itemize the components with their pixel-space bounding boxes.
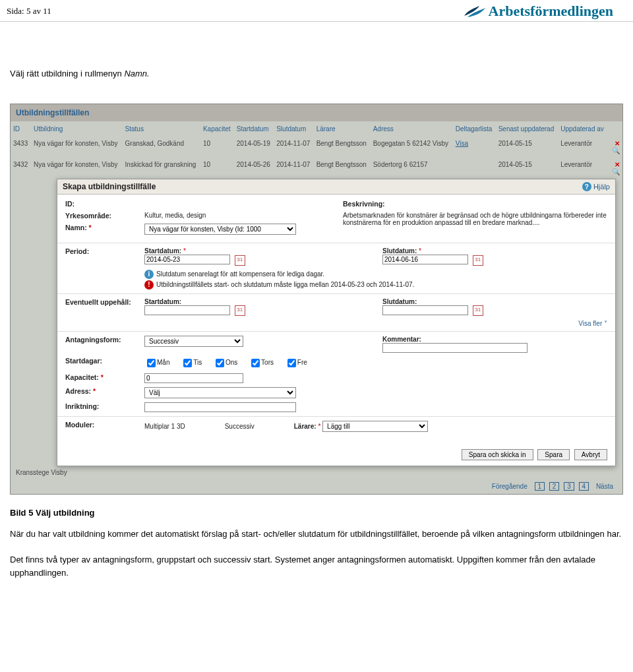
lbl-antagningsform: Antagningsform:: [65, 336, 144, 344]
cell-kap: 10: [200, 137, 234, 158]
calendar-icon[interactable]: 31: [473, 255, 483, 266]
visa-link[interactable]: Visa: [456, 140, 468, 147]
cell-av: Leverantör: [558, 158, 607, 179]
calendar-icon[interactable]: 31: [235, 305, 245, 316]
cell-status: Granskad, Godkänd: [123, 137, 200, 158]
intro-text: Välj rätt utbildning i rullmenyn Namn.: [0, 22, 633, 100]
cell-larare: Bengt Bengtsson: [314, 137, 371, 158]
chk-man[interactable]: Mån: [144, 359, 169, 366]
brand-text: Arbetsförmedlingen: [489, 3, 613, 20]
delete-icon[interactable]: ✕: [615, 140, 620, 147]
bg-id: 3430: [0, 244, 3, 251]
page-header: Sida: 5 av 11 Arbetsförmedlingen: [0, 0, 633, 22]
logo-swoosh-icon: [464, 4, 486, 18]
lbl-kommentar: Kommentar:: [382, 336, 421, 343]
col-slutdatum[interactable]: Slutdatum: [274, 121, 313, 137]
bg-id: 3311: [0, 462, 3, 469]
help-link[interactable]: ? Hjälp: [582, 182, 610, 191]
cell-kap: 10: [200, 158, 234, 179]
table-row: 3432 Nya vägar för konsten, Visby Inskic…: [11, 158, 622, 179]
antagningsform-select[interactable]: Successiv: [144, 336, 243, 347]
lbl-uppehall: Eventuellt uppehåll:: [65, 298, 144, 306]
info-note: iSlutdatum senarelagt för att kompensera…: [144, 270, 607, 279]
cell-id[interactable]: 3432: [11, 158, 31, 179]
kommentar-input[interactable]: [382, 343, 528, 353]
magnify-icon[interactable]: 🔍: [612, 168, 620, 175]
cell-upd: 2014-05-15: [496, 137, 558, 158]
pager-prev[interactable]: Föregående: [489, 483, 530, 490]
chk-fre[interactable]: Fre: [285, 359, 307, 366]
bg-id: 3391: [0, 389, 3, 396]
lbl-upp-start: Startdatum:: [144, 298, 181, 305]
chk-ons[interactable]: Ons: [213, 359, 237, 366]
save-button[interactable]: Spara: [537, 449, 570, 460]
info-icon: i: [144, 270, 154, 279]
lbl-inriktning: Inriktning:: [65, 402, 144, 410]
save-send-button[interactable]: Spara och skicka in: [462, 449, 533, 460]
warn-icon: !: [144, 280, 154, 290]
calendar-icon[interactable]: 31: [235, 255, 245, 266]
intro-italic: Namn.: [124, 69, 149, 78]
cell-start: 2014-05-26: [234, 158, 274, 179]
cell-status: Inskickad för granskning: [123, 158, 200, 179]
col-utbildning[interactable]: Utbildning: [31, 121, 123, 137]
calendar-icon[interactable]: 31: [473, 305, 483, 316]
intro-prefix: Välj rätt utbildning i rullmenyn: [10, 69, 124, 78]
brand-logo: Arbetsförmedlingen: [464, 3, 613, 20]
col-startdatum[interactable]: Startdatum: [234, 121, 274, 137]
uppehall-slut-input[interactable]: [382, 305, 468, 315]
period-start-input[interactable]: [144, 255, 230, 264]
lbl-upp-slut: Slutdatum:: [382, 298, 417, 305]
help-label: Hjälp: [593, 183, 610, 191]
figure-caption: Bild 5 Välj utbildning: [0, 501, 633, 528]
lbl-yrkesomrade: Yrkesområde:: [65, 212, 144, 220]
lbl-larare: Lärare:: [294, 423, 316, 430]
lbl-beskrivning: Beskrivning:: [343, 200, 422, 208]
col-uppdaterad-av[interactable]: Uppdaterad av: [558, 121, 607, 137]
delete-icon[interactable]: ✕: [615, 161, 620, 168]
larare-select[interactable]: Lägg till: [322, 421, 428, 432]
bg-id: 3410: [0, 317, 3, 324]
background-id-column: 3431 3430 3411 3410 3392 3391 3330 3311: [0, 179, 3, 466]
cell-id[interactable]: 3433: [11, 137, 31, 158]
explain-paragraph-2: Det finns två typer av antagningsform, g…: [0, 553, 633, 592]
col-senast-uppdaterad[interactable]: Senast uppdaterad: [496, 121, 558, 137]
col-adress[interactable]: Adress: [371, 121, 453, 137]
col-id[interactable]: ID: [11, 121, 31, 137]
chk-tis[interactable]: Tis: [181, 359, 202, 366]
col-kapacitet[interactable]: Kapacitet: [200, 121, 234, 137]
namn-select[interactable]: Nya vägar för konsten, Visby (Id: 1000: [144, 224, 296, 235]
magnify-icon[interactable]: 🔍: [612, 147, 620, 154]
cell-adress: Södertorg 6 62157: [371, 158, 453, 179]
chk-tors[interactable]: Tors: [249, 359, 274, 366]
period-slut-input[interactable]: [382, 255, 468, 264]
kapacitet-input[interactable]: [144, 373, 243, 383]
page-marker: Sida: 5 av 11: [7, 6, 51, 16]
bg-bottom-address: Kransstege Visby: [11, 466, 622, 479]
col-status[interactable]: Status: [123, 121, 200, 137]
modul-name: Multiplar 1 3D: [144, 423, 185, 430]
bg-id: 3431: [0, 208, 3, 215]
lbl-id: ID:: [65, 200, 144, 208]
pager-page[interactable]: 2: [549, 482, 560, 491]
bg-id: 3411: [0, 280, 3, 288]
cancel-button[interactable]: Avbryt: [574, 449, 607, 460]
adress-select[interactable]: Välj: [144, 387, 296, 398]
cell-av: Leverantör: [558, 137, 607, 158]
warn-note: !Utbildningstillfällets start- och slutd…: [144, 280, 607, 290]
col-larare[interactable]: Lärare: [314, 121, 371, 137]
pager-page[interactable]: 4: [579, 482, 589, 491]
explain-paragraph-1: När du har valt utbildning kommer det au…: [0, 528, 633, 554]
uppehall-start-input[interactable]: [144, 305, 230, 315]
create-occasion-modal: Skapa utbildningstillfälle ? Hjälp ID: Y…: [57, 179, 616, 466]
pager-next[interactable]: Nästa: [593, 483, 616, 490]
visa-fler-link[interactable]: Visa fler ˅: [382, 320, 607, 327]
col-deltagarlista[interactable]: Deltagarlista: [453, 121, 496, 137]
lbl-startdatum: Startdatum:: [144, 247, 181, 255]
lbl-kapacitet: Kapacitet: *: [65, 373, 144, 381]
inriktning-input[interactable]: [144, 402, 296, 412]
pager-page[interactable]: 3: [564, 482, 574, 491]
cell-utb: Nya vägar för konsten, Visby: [31, 158, 123, 179]
pager-page[interactable]: 1: [535, 482, 545, 491]
startdagar-checkboxes: Mån Tis Ons Tors Fre: [144, 357, 607, 369]
